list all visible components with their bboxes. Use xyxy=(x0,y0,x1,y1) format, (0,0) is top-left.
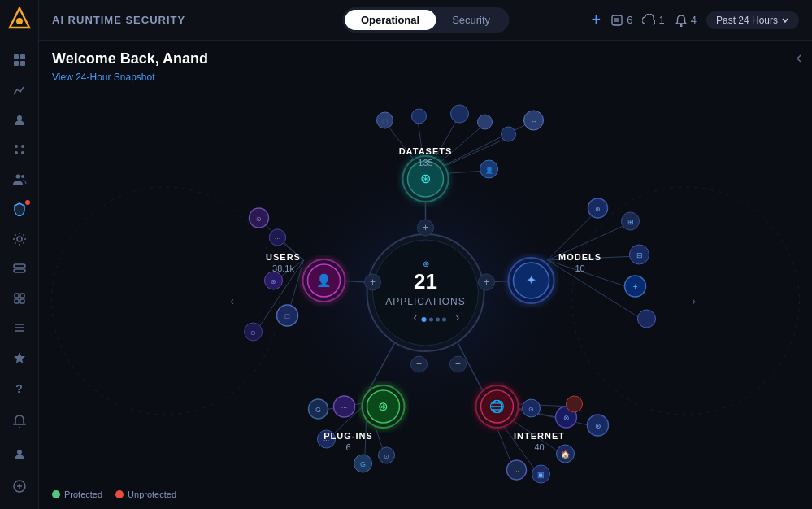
svg-text:⊙: ⊙ xyxy=(384,453,389,460)
add-button[interactable]: + xyxy=(592,11,601,29)
app-title: AI RUNTIME SECURITY xyxy=(52,14,592,26)
svg-text:6: 6 xyxy=(345,442,350,452)
svg-point-25 xyxy=(17,450,22,455)
svg-text:⬚: ⬚ xyxy=(382,118,389,125)
svg-point-12 xyxy=(21,175,24,178)
svg-point-54 xyxy=(502,127,516,141)
svg-text:‹: ‹ xyxy=(230,294,234,307)
svg-text:+: + xyxy=(633,282,638,291)
svg-text:+: + xyxy=(423,222,428,233)
svg-point-33 xyxy=(52,187,280,415)
app-logo[interactable] xyxy=(7,7,33,33)
snapshot-link[interactable]: View 24-Hour Snapshot xyxy=(52,72,155,83)
svg-text:›: › xyxy=(692,294,696,307)
badge-alerts-count: 4 xyxy=(691,14,697,26)
content-area: Welcome Back, Anand View 24-Hour Snapsho… xyxy=(39,41,812,509)
network-visualization: ‹ › xyxy=(39,41,812,509)
svg-point-7 xyxy=(15,145,18,148)
svg-point-13 xyxy=(17,237,22,241)
svg-text:⊙: ⊙ xyxy=(256,215,262,223)
svg-text:🏠: 🏠 xyxy=(561,450,571,459)
legend-unprotected: Unprotected xyxy=(115,489,176,499)
svg-point-1 xyxy=(16,18,23,24)
svg-point-130 xyxy=(422,317,427,322)
svg-text:G: G xyxy=(360,460,366,468)
svg-rect-4 xyxy=(14,61,19,66)
time-selector-label: Past 24 Hours xyxy=(716,15,778,26)
svg-point-52 xyxy=(451,105,469,123)
svg-text:MODELS: MODELS xyxy=(558,252,601,262)
sidebar-item-gear[interactable] xyxy=(5,225,34,252)
svg-text:INTERNET: INTERNET xyxy=(514,431,565,441)
time-selector[interactable]: Past 24 Hours xyxy=(706,11,799,29)
svg-point-10 xyxy=(21,151,24,154)
protected-dot xyxy=(52,490,60,498)
main-content: AI RUNTIME SECURITY Operational Security… xyxy=(39,0,812,509)
svg-text:⊛: ⊛ xyxy=(420,172,431,185)
svg-point-112 xyxy=(567,396,583,412)
svg-text:⊛: ⊛ xyxy=(378,399,389,413)
svg-text:⊛: ⊛ xyxy=(595,206,601,213)
svg-text:···: ··· xyxy=(341,403,348,411)
svg-rect-3 xyxy=(20,54,25,59)
sidebar-item-users[interactable] xyxy=(5,107,34,133)
svg-text:□: □ xyxy=(285,312,290,320)
svg-text:PLUG-INS: PLUG-INS xyxy=(323,431,373,441)
svg-rect-2 xyxy=(14,54,19,59)
svg-text:···: ··· xyxy=(514,468,519,475)
svg-rect-29 xyxy=(612,15,622,25)
svg-text:‹: ‹ xyxy=(414,311,418,324)
welcome-greeting: Welcome Back, Anand xyxy=(52,50,208,67)
svg-point-51 xyxy=(412,109,427,124)
collapse-button[interactable] xyxy=(792,52,805,69)
sidebar-item-home[interactable] xyxy=(5,47,34,74)
sidebar-item-profile[interactable] xyxy=(5,439,34,468)
svg-text:APPLICATIONS: APPLICATIONS xyxy=(385,296,465,307)
sidebar-item-expand[interactable] xyxy=(5,472,34,501)
unprotected-dot xyxy=(115,490,124,498)
svg-point-9 xyxy=(15,151,18,154)
sidebar-item-storage[interactable] xyxy=(5,255,34,282)
svg-rect-19 xyxy=(20,299,24,303)
tab-security[interactable]: Security xyxy=(436,10,506,30)
svg-text:👤: 👤 xyxy=(485,166,493,174)
svg-text:21: 21 xyxy=(414,269,437,294)
badge-alerts[interactable]: 4 xyxy=(675,14,697,27)
svg-rect-15 xyxy=(14,269,25,272)
svg-text:+: + xyxy=(484,276,489,288)
svg-point-34 xyxy=(572,187,800,415)
svg-rect-14 xyxy=(14,264,25,268)
svg-text:···: ··· xyxy=(644,316,649,324)
svg-text:+: + xyxy=(455,359,461,370)
sidebar-item-apps[interactable] xyxy=(5,137,34,163)
welcome-section: Welcome Back, Anand View 24-Hour Snapsho… xyxy=(52,50,208,84)
sidebar-item-team[interactable] xyxy=(5,166,34,193)
svg-text:⊛: ⊛ xyxy=(423,259,429,268)
sidebar-item-roles[interactable] xyxy=(5,285,34,311)
sidebar-item-shield[interactable] xyxy=(5,196,34,223)
sidebar-item-dashboard[interactable] xyxy=(5,77,34,104)
badge-cloud[interactable]: 1 xyxy=(642,14,664,27)
sidebar-item-star[interactable] xyxy=(5,344,34,371)
svg-text:⊗: ⊗ xyxy=(563,414,570,422)
badge-tasks[interactable]: 6 xyxy=(610,14,632,27)
svg-text:▣: ▣ xyxy=(537,471,545,479)
svg-text:135: 135 xyxy=(418,158,432,167)
svg-rect-18 xyxy=(15,299,19,303)
tab-operational[interactable]: Operational xyxy=(345,10,436,30)
svg-marker-23 xyxy=(14,352,25,363)
sidebar-item-config[interactable] xyxy=(5,315,34,342)
sidebar-item-help[interactable]: ? xyxy=(5,374,34,403)
svg-text:⊟: ⊟ xyxy=(636,251,643,259)
svg-text:+: + xyxy=(416,359,422,370)
legend-protected: Protected xyxy=(52,489,102,499)
sidebar-item-bell[interactable] xyxy=(5,407,34,436)
svg-text:✦: ✦ xyxy=(526,273,536,287)
svg-text:›: › xyxy=(456,311,460,324)
header: AI RUNTIME SECURITY Operational Security… xyxy=(39,0,812,41)
sidebar: ? xyxy=(0,0,39,509)
svg-rect-17 xyxy=(20,294,24,298)
unprotected-label: Unprotected xyxy=(128,489,176,499)
svg-point-131 xyxy=(429,318,433,322)
svg-point-53 xyxy=(478,115,493,129)
